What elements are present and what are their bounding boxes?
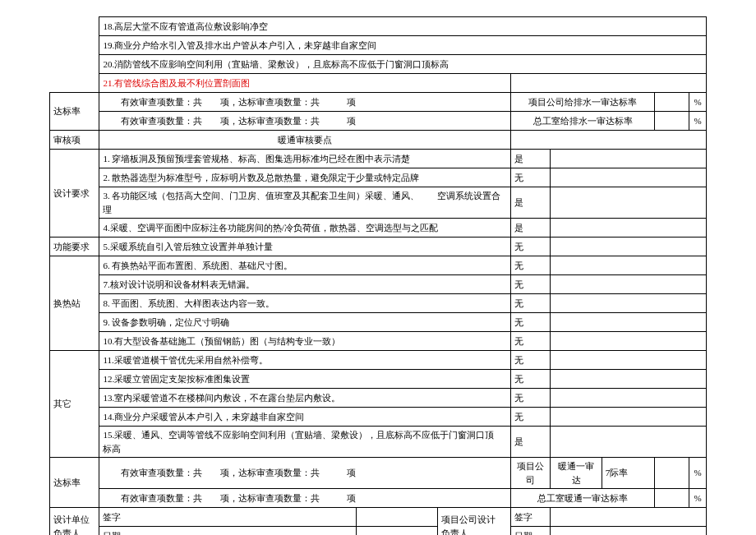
- design-row-2: 2. 散热器选型为标准型号，应标明片数及总散热量，避免限定于少量或特定品牌: [99, 168, 511, 187]
- row-21: 21.有管线综合图及最不利位置剖面图: [99, 74, 511, 93]
- design-ans-4: 是: [511, 219, 551, 238]
- func-row: 5.采暖系统自引入管后独立设置并单独计量: [99, 238, 511, 256]
- sig-label-2: 签字: [511, 508, 551, 527]
- design-ans-2: 无: [511, 168, 551, 187]
- date-label-1: 日期: [99, 527, 357, 536]
- sig-label-1: 签字: [99, 508, 357, 527]
- row-18: 18.高层大堂不应有管道高位敷设影响净空: [99, 17, 707, 36]
- row-20: 20.消防管线不应影响空间利用（宜贴墙、梁敷设），且底标高不应低于门窗洞口顶标高: [99, 55, 707, 74]
- heat-row-5: 10.有大型设备基础施工（预留钢筋）图（与结构专业一致）: [99, 332, 511, 351]
- date-label-2: 日期: [511, 527, 551, 536]
- other-row-2: 12.采暖立管固定支架按标准图集设置: [99, 370, 511, 389]
- sec1-val2: [655, 112, 689, 131]
- func-label: 功能要求: [50, 238, 99, 256]
- sec1-val1: [655, 93, 689, 112]
- other-row-5: 15.采暖、通风、空调等管线不应影响空间利用（宜贴墙、梁敷设），且底标高不应低于…: [99, 427, 511, 458]
- other-ans-1: 无: [511, 351, 551, 370]
- heat-label: 换热站: [50, 256, 99, 351]
- design-row-3: 3. 各功能区域（包括高大空间、门卫房、值班室及其配套卫生间）采暖、通风、 空调…: [99, 187, 511, 219]
- heat-row-3: 8. 平面图、系统图、大样图表达内容一致。: [99, 294, 511, 313]
- other-row-4: 14.商业分户采暖管从本户引入，未穿越非自家空间: [99, 408, 511, 427]
- other-row-1: 11.采暖管道横干管优先采用自然补偿弯。: [99, 351, 511, 370]
- sec2-r1c: 7际率: [602, 458, 655, 489]
- heat-ans-1: 无: [511, 256, 551, 275]
- heat-row-2: 7.核对设计说明和设备材料表无错漏。: [99, 275, 511, 294]
- pct-1: %: [689, 93, 707, 112]
- sec2-val1: [655, 458, 689, 489]
- sec2-r1b: 暖通一审达: [551, 458, 602, 489]
- sec2-r1a: 项目公司: [511, 458, 551, 489]
- sec1-line1: 有效审查项数量：共 项，达标审查项数量：共 项: [99, 93, 511, 112]
- other-ans-5: 是: [511, 427, 551, 458]
- heat-ans-5: 无: [511, 332, 551, 351]
- sec1-line2: 有效审查项数量：共 项，达标审查项数量：共 项: [99, 112, 511, 131]
- heat-ans-4: 无: [511, 313, 551, 332]
- sec2-line2: 有效审查项数量：共 项，达标审查项数量：共 项: [99, 489, 511, 508]
- sec2-label: 达标率: [50, 458, 99, 508]
- pct-4: %: [689, 489, 707, 508]
- other-ans-3: 无: [511, 389, 551, 408]
- audit-title: 暖通审核要点: [99, 131, 511, 150]
- heat-ans-2: 无: [511, 275, 551, 294]
- other-label: 其它: [50, 351, 99, 458]
- design-ans-3: 是: [511, 187, 551, 219]
- sec1-label: 达标率: [50, 93, 99, 131]
- proj-design-label: 项目公司设计 负责人: [437, 508, 511, 536]
- other-row-3: 13.室内采暖管道不在楼梯间内敷设，不在露台垫层内敷设。: [99, 389, 511, 408]
- heat-row-4: 9. 设备参数明确，定位尺寸明确: [99, 313, 511, 332]
- func-ans: 无: [511, 238, 551, 256]
- design-row-4: 4.采暖、空调平面图中应标注各功能房间的热/冷负荷值，散热器、空调选型与之匹配: [99, 219, 511, 238]
- sec2-line1: 有效审查项数量：共 项，达标审查项数量：共 项: [99, 458, 511, 489]
- sec2-val2: [655, 489, 689, 508]
- other-ans-2: 无: [511, 370, 551, 389]
- design-ans-1: 是: [511, 150, 551, 168]
- sec1-right1: 项目公司给排水一审达标率: [511, 93, 655, 112]
- sec1-right2: 总工室给排水一审达标率: [511, 112, 655, 131]
- heat-row-1: 6. 有换热站平面布置图、系统图、基础尺寸图。: [99, 256, 511, 275]
- sec2-right2: 总工室暖通一审达标率: [511, 489, 655, 508]
- heat-ans-3: 无: [511, 294, 551, 313]
- audit-label: 审核项: [50, 131, 99, 150]
- design-unit-label: 设计单位 负责人: [50, 508, 99, 536]
- row-19: 19.商业分户给水引入管及排水出户管从本户引入，未穿越非自家空间: [99, 36, 707, 55]
- pct-2: %: [689, 112, 707, 131]
- other-ans-4: 无: [511, 408, 551, 427]
- pct-3: %: [689, 458, 707, 489]
- design-label: 设计要求: [50, 150, 99, 238]
- design-row-1: 1. 穿墙板洞及预留预埋套管规格、标高、图集选用标准均已经在图中表示清楚: [99, 150, 511, 168]
